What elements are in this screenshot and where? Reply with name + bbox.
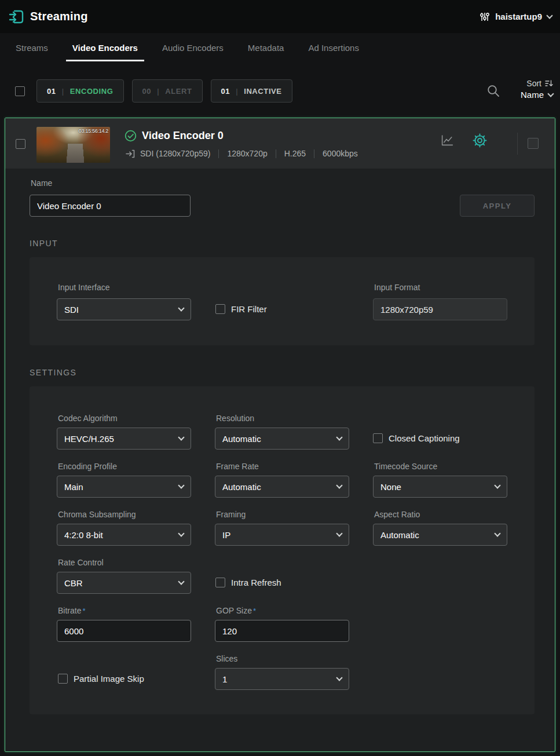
chevron-down-icon <box>547 90 554 97</box>
meta-divider <box>218 149 219 158</box>
aspect-ratio-select[interactable]: Automatic <box>373 524 507 546</box>
codec-algorithm-value: HEVC/H.265 <box>64 434 114 444</box>
header-divider <box>517 133 518 155</box>
statistics-chart-icon[interactable] <box>441 134 454 147</box>
required-marker: * <box>82 607 85 615</box>
encoding-profile-label: Encoding Profile <box>58 462 117 471</box>
page: Streaming haistartup9 Streams Video Enco… <box>0 0 560 756</box>
tab-metadata[interactable]: Metadata <box>236 33 297 62</box>
select-all-checkbox[interactable] <box>15 86 25 96</box>
framing-label: Framing <box>216 510 246 519</box>
gop-size-input[interactable] <box>215 620 349 642</box>
slices-value: 1 <box>222 674 227 684</box>
filter-alert-button[interactable]: 00 | ALERT <box>132 79 203 103</box>
settings-gear-icon[interactable] <box>472 133 488 148</box>
input-format-value: 1280x720p59 <box>380 305 433 315</box>
encoder-preview-thumbnail[interactable]: 03:15:56:14.2 <box>36 127 110 163</box>
encoder-bitrate: 6000kbps <box>323 149 358 158</box>
user-menu[interactable]: haistartup9 <box>480 12 552 22</box>
chevron-down-icon <box>494 482 500 488</box>
timecode-source-select[interactable]: None <box>373 476 507 498</box>
video-encoder-panel: 03:15:56:14.2 Video Encoder 0 <box>5 118 555 752</box>
streaming-logo-icon <box>8 9 24 25</box>
rate-control-select[interactable]: CBR <box>57 572 191 594</box>
aspect-ratio-value: Automatic <box>380 530 419 540</box>
partial-image-skip-checkbox[interactable]: Partial Image Skip <box>58 674 144 684</box>
checkbox-icon <box>215 578 225 587</box>
encoder-resolution: 1280x720p <box>227 149 267 158</box>
settings-section-heading: SETTINGS <box>30 368 76 377</box>
encoder-title-row: Video Encoder 0 <box>125 130 224 142</box>
codec-algorithm-select[interactable]: HEVC/H.265 <box>57 428 191 450</box>
encoder-codec: H.265 <box>284 149 306 158</box>
chevron-down-icon <box>178 578 184 585</box>
inactive-label: INACTIVE <box>244 87 281 96</box>
frame-rate-select[interactable]: Automatic <box>215 476 349 498</box>
preferences-sliders-icon <box>480 12 490 22</box>
frame-rate-value: Automatic <box>222 482 261 492</box>
encoder-select-checkbox[interactable] <box>16 139 25 149</box>
filter-row: 01 | ENCODING 00 | ALERT 01 | INACTIVE S… <box>0 77 560 105</box>
chevron-down-icon <box>178 482 184 488</box>
input-interface-select[interactable]: SDI <box>57 298 191 320</box>
required-marker: * <box>253 607 256 615</box>
intra-refresh-label: Intra Refresh <box>231 578 281 587</box>
app-header: Streaming haistartup9 <box>0 0 560 33</box>
partial-image-skip-label: Partial Image Skip <box>74 674 144 684</box>
timecode-source-label: Timecode Source <box>374 462 437 471</box>
encoder-header: 03:15:56:14.2 Video Encoder 0 <box>5 118 555 169</box>
search-icon[interactable] <box>486 84 500 100</box>
timecode-source-value: None <box>380 482 401 492</box>
input-source-icon <box>126 149 135 158</box>
alert-label: ALERT <box>165 87 192 96</box>
fir-filter-checkbox[interactable]: FIR Filter <box>215 304 267 314</box>
tab-audio-encoders[interactable]: Audio Encoders <box>150 33 236 62</box>
chroma-subsampling-select[interactable]: 4:2:0 8-bit <box>57 524 191 546</box>
tab-streams[interactable]: Streams <box>3 33 60 62</box>
filter-encoding-button[interactable]: 01 | ENCODING <box>36 79 124 103</box>
chevron-down-icon <box>178 305 184 311</box>
encoding-profile-value: Main <box>64 482 83 492</box>
closed-captioning-checkbox[interactable]: Closed Captioning <box>373 433 460 443</box>
gop-size-label: GOP Size* <box>216 606 256 615</box>
settings-card: Codec Algorithm HEVC/H.265 Resolution Au… <box>30 386 535 714</box>
chroma-subsampling-value: 4:2:0 8-bit <box>64 530 103 540</box>
aspect-ratio-label: Aspect Ratio <box>374 510 420 519</box>
checkbox-icon <box>215 304 225 314</box>
chevron-down-icon <box>336 674 342 681</box>
meta-divider <box>314 149 314 158</box>
apply-button[interactable]: APPLY <box>460 195 535 217</box>
tab-video-encoders[interactable]: Video Encoders <box>60 33 150 62</box>
encoding-profile-select[interactable]: Main <box>57 476 191 498</box>
frame-rate-label: Frame Rate <box>216 462 259 471</box>
sort-control[interactable]: Sort Name <box>521 79 553 100</box>
intra-refresh-checkbox[interactable]: Intra Refresh <box>215 578 281 587</box>
encoder-meta: SDI (1280x720p59) 1280x720p H.265 6000kb… <box>126 149 358 158</box>
sort-value: Name <box>521 90 544 100</box>
username: haistartup9 <box>495 12 542 21</box>
input-interface-value: SDI <box>64 305 79 315</box>
thumbnail-art <box>67 144 85 163</box>
tab-bar: Streams Video Encoders Audio Encoders Me… <box>0 33 560 62</box>
chevron-down-icon <box>336 482 342 488</box>
framing-select[interactable]: IP <box>215 524 349 546</box>
resolution-select[interactable]: Automatic <box>215 428 349 450</box>
chevron-down-icon <box>178 530 184 536</box>
name-input[interactable] <box>30 195 191 217</box>
name-label: Name <box>31 178 52 188</box>
fir-filter-label: FIR Filter <box>231 304 267 314</box>
input-section-heading: INPUT <box>30 239 58 248</box>
filter-inactive-button[interactable]: 01 | INACTIVE <box>211 79 292 103</box>
chevron-down-icon <box>546 12 552 19</box>
encoding-count: 01 <box>47 87 56 96</box>
stop-icon[interactable] <box>528 138 539 149</box>
pill-divider: | <box>157 87 159 96</box>
input-card: Input Interface SDI FIR Filter Input For… <box>30 257 535 345</box>
sort-label: Sort <box>526 79 541 88</box>
chevron-down-icon <box>494 530 500 536</box>
chevron-down-icon <box>336 530 342 536</box>
bitrate-input[interactable] <box>57 620 191 642</box>
bitrate-label: Bitrate* <box>58 606 86 615</box>
slices-select[interactable]: 1 <box>215 668 349 690</box>
tab-ad-insertions[interactable]: Ad Insertions <box>296 33 371 62</box>
